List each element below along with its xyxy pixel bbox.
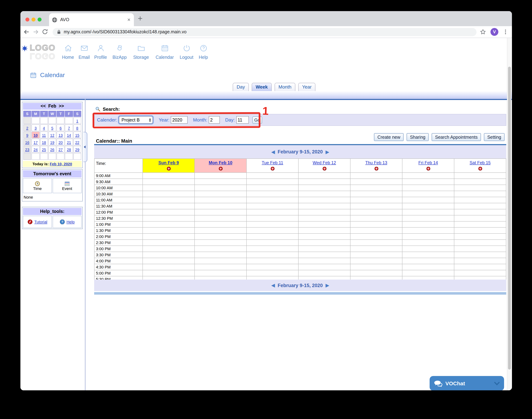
mini-day-link[interactable]: 4 <box>43 126 45 130</box>
day-link[interactable]: Wed Feb 12 <box>313 160 336 165</box>
tab-week[interactable]: Week <box>252 83 272 91</box>
nav-item-label: Storage <box>131 55 151 60</box>
nav-item-help[interactable]: Help <box>193 44 213 60</box>
chevron-down-icon[interactable] <box>494 381 500 385</box>
new-tab-button[interactable] <box>137 16 144 22</box>
bookmark-star-icon[interactable] <box>480 29 486 35</box>
mini-day-link[interactable]: 3 <box>35 126 37 130</box>
help-octagon-icon: ? <box>60 219 65 224</box>
back-icon[interactable] <box>23 29 30 35</box>
time-row: 4:00 PM <box>94 258 506 264</box>
mini-day-link[interactable]: 14 <box>67 133 71 137</box>
mini-day-link[interactable]: 12 <box>50 133 54 137</box>
day-link[interactable]: Tue Feb 11 <box>262 160 283 165</box>
scrollbar-thumb[interactable] <box>508 67 511 369</box>
mini-day-link[interactable]: 27 <box>59 147 63 151</box>
mini-day-link[interactable]: 22 <box>75 140 79 144</box>
tab-day[interactable]: Day <box>233 83 249 91</box>
minimize-window-button[interactable] <box>32 18 36 22</box>
mini-day-link[interactable]: 17 <box>34 140 37 144</box>
sidebar-collapse-handle[interactable] <box>83 132 87 162</box>
next-week-icon[interactable]: ▶ <box>326 149 329 154</box>
month-input[interactable] <box>209 116 220 124</box>
tab-month[interactable]: Month <box>275 83 295 91</box>
nav-item-bizapp[interactable]: BizApp <box>110 44 130 60</box>
next-week-icon[interactable]: ▶ <box>326 283 329 288</box>
forward-icon[interactable] <box>33 29 39 35</box>
nav-item-calendar[interactable]: Calendar <box>155 44 175 60</box>
appointment-slot <box>402 215 454 221</box>
appointment-slot <box>195 258 247 264</box>
create-new-button[interactable]: Create new <box>374 133 404 141</box>
mini-day-link[interactable]: 6 <box>60 126 62 130</box>
day-link[interactable]: Sat Feb 15 <box>470 160 491 165</box>
mini-day-link[interactable]: 15 <box>75 133 79 137</box>
day-input[interactable] <box>236 116 249 124</box>
browser-tab[interactable]: AVO <box>49 13 134 26</box>
mini-day-cell: 2 <box>23 124 31 131</box>
today-link[interactable]: Feb 10, 2020 <box>50 162 72 166</box>
appointment-slot <box>195 270 247 276</box>
day-link[interactable]: Thu Feb 13 <box>365 160 387 165</box>
mini-day-link[interactable]: 29 <box>75 147 79 151</box>
prev-month-link[interactable]: << <box>41 104 46 109</box>
mini-day-link[interactable]: 24 <box>34 147 37 151</box>
nav-item-profile[interactable]: Profile <box>91 44 111 60</box>
mini-day-link[interactable]: 19 <box>50 140 54 144</box>
mini-day-link[interactable]: 9 <box>26 133 28 137</box>
add-appointment-icon[interactable] <box>219 167 223 170</box>
url-bar[interactable]: my.agnx.com/-/vo/SID600313304fokiuzokcl1… <box>53 28 477 36</box>
day-link[interactable]: Sun Feb 9 <box>158 160 179 165</box>
next-month-link[interactable]: >> <box>59 104 64 109</box>
appointment-slot <box>247 240 298 246</box>
add-appointment-icon[interactable] <box>374 167 378 170</box>
setting-button[interactable]: Setting <box>484 133 505 141</box>
add-appointment-icon[interactable] <box>426 167 430 170</box>
mini-day-link[interactable]: 13 <box>59 133 63 137</box>
year-input[interactable] <box>171 116 188 124</box>
menu-dots-icon[interactable] <box>503 29 508 35</box>
mini-day-link[interactable]: 7 <box>68 126 70 130</box>
mini-day-link[interactable]: 1 <box>76 118 78 123</box>
add-appointment-icon[interactable] <box>322 167 326 170</box>
close-window-button[interactable] <box>25 18 29 22</box>
mini-day-link[interactable]: 23 <box>25 147 29 151</box>
tab-year[interactable]: Year <box>298 83 316 91</box>
appointment-slot <box>402 203 454 209</box>
mini-day-link[interactable]: 21 <box>67 140 71 144</box>
mini-day-link[interactable]: 20 <box>59 140 63 144</box>
prev-week-icon[interactable]: ◀ <box>271 149 275 154</box>
zoom-window-button[interactable] <box>37 18 41 22</box>
tutorial-link[interactable]: Tutorial <box>34 220 48 224</box>
mini-day-link[interactable]: 18 <box>42 140 46 144</box>
sharing-button[interactable]: Sharing <box>407 133 429 141</box>
avatar[interactable]: V <box>491 28 498 36</box>
search-appointments-button[interactable]: Search Appointments <box>432 133 481 141</box>
add-appointment-icon[interactable] <box>478 167 482 170</box>
mini-day-link[interactable]: 10 <box>34 133 37 137</box>
day-link[interactable]: Mon Feb 10 <box>209 160 232 165</box>
mini-day-link[interactable]: 2 <box>26 126 28 130</box>
mini-day-link[interactable]: 28 <box>67 147 71 151</box>
mini-day-link[interactable]: 5 <box>51 126 53 130</box>
add-appointment-icon[interactable] <box>167 167 171 170</box>
help-link[interactable]: Help <box>66 220 74 224</box>
reload-icon[interactable] <box>42 29 48 35</box>
mini-day-link[interactable]: 26 <box>50 147 54 151</box>
help-tools-panel: Help_tools: Tutorial ? Help <box>22 207 83 229</box>
mini-day-link[interactable]: 25 <box>42 147 46 151</box>
mini-day-link[interactable]: 16 <box>25 140 29 144</box>
nav-item-storage[interactable]: Storage <box>131 44 151 60</box>
day-link[interactable]: Fri Feb 14 <box>418 160 438 165</box>
event-calendar-icon <box>64 181 70 186</box>
vochat-button[interactable]: VOChat <box>430 376 504 390</box>
close-tab-icon[interactable] <box>127 18 131 22</box>
bottom-bar <box>94 292 506 295</box>
go-button[interactable]: Go <box>252 116 262 123</box>
mini-day-link[interactable]: 8 <box>76 126 78 130</box>
prev-week-icon[interactable]: ◀ <box>271 283 275 288</box>
add-appointment-icon[interactable] <box>271 167 274 170</box>
page-scrollbar[interactable] <box>507 38 511 390</box>
mini-day-link[interactable]: 11 <box>42 133 46 137</box>
calendar-select[interactable]: Project B <box>119 116 153 124</box>
